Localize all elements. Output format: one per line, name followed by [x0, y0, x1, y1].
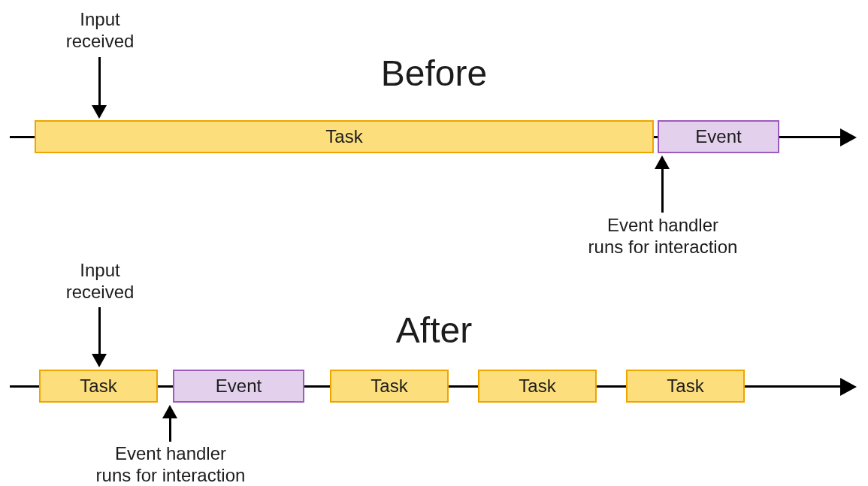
after-task-label-3: Task [519, 376, 555, 397]
before-input-text-l1: Input [80, 9, 119, 29]
after-task-block-2: Task [330, 370, 449, 403]
after-input-annotation: Input received [65, 260, 135, 303]
before-event-label: Event [695, 126, 741, 147]
after-task-block-1: Task [39, 370, 158, 403]
after-handler-text-l1: Event handler [115, 443, 226, 463]
after-axis-arrowhead [840, 378, 857, 396]
before-event-block: Event [658, 120, 779, 153]
after-input-arrow-head [92, 354, 107, 367]
after-event-block: Event [173, 370, 304, 403]
before-handler-annotation: Event handler runs for interaction [584, 215, 742, 258]
after-input-text-l2: received [66, 282, 135, 302]
after-task-label-4: Task [667, 376, 703, 397]
after-handler-text-l2: runs for interaction [96, 465, 246, 485]
before-input-arrow-head [92, 105, 107, 119]
after-task-label-1: Task [80, 376, 116, 397]
before-input-annotation: Input received [65, 9, 135, 53]
before-axis-arrowhead [840, 128, 857, 146]
after-heading: After [0, 309, 868, 351]
before-input-arrow-line [98, 57, 101, 107]
after-handler-annotation: Event handler runs for interaction [92, 443, 250, 486]
after-task-block-3: Task [478, 370, 597, 403]
before-input-text-l2: received [66, 31, 135, 51]
after-input-text-l1: Input [80, 260, 119, 280]
before-task-label: Task [325, 126, 362, 147]
after-event-label: Event [216, 376, 262, 397]
before-handler-text-l1: Event handler [607, 215, 718, 235]
after-handler-arrow-line [169, 417, 171, 442]
diagram-canvas: Before Task Event Input received Event h… [0, 0, 868, 486]
before-heading: Before [0, 53, 868, 94]
before-handler-text-l2: runs for interaction [588, 237, 738, 257]
before-task-block: Task [35, 120, 654, 153]
after-task-block-4: Task [626, 370, 745, 403]
after-task-label-2: Task [370, 376, 407, 397]
after-input-arrow-line [98, 307, 101, 355]
before-handler-arrow-line [661, 168, 664, 213]
